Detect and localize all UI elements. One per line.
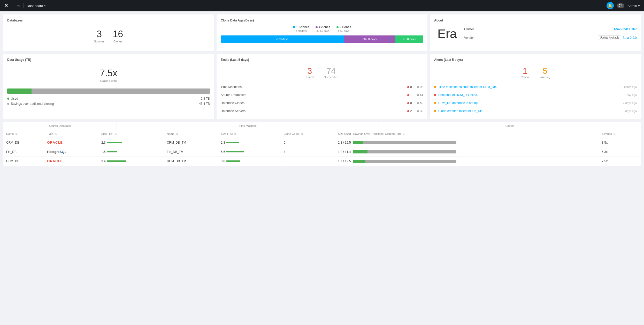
usage-bar bbox=[7, 88, 210, 94]
col-size-source[interactable]: Size (TB) ⇅ bbox=[98, 130, 164, 138]
tm-mini-bar bbox=[226, 151, 244, 152]
update-badge[interactable]: Update Available bbox=[598, 35, 621, 40]
col-size-used-savings[interactable]: Size Used / Savings Over Traditional Clo… bbox=[335, 130, 599, 138]
alert-item: Clone creation failed for Fin_DB. 3 days… bbox=[434, 107, 637, 115]
cell-clone-count: 6 bbox=[280, 138, 335, 147]
succeeded-dot bbox=[417, 86, 419, 88]
task-succeeded-count: 32 bbox=[417, 109, 423, 113]
failed-dot bbox=[407, 110, 409, 112]
notification-count[interactable]: 74 bbox=[617, 3, 624, 8]
legend-30-count: 10 clones bbox=[293, 25, 309, 29]
alert-item: CRM_DB database is not up. 2 days ago bbox=[434, 99, 637, 107]
col-clone-count[interactable]: Clone Count ⇅ bbox=[280, 130, 335, 138]
version-label: Version bbox=[464, 36, 474, 40]
cell-clone-count: 6 bbox=[280, 157, 335, 166]
admin-arrow: ▾ bbox=[638, 4, 640, 8]
cell-save-bar bbox=[365, 160, 456, 163]
task-row-counts: 1 44 bbox=[407, 93, 423, 97]
app-header: ✕ Era Dashboard ▾ 🔔 74 Admin ▾ bbox=[0, 0, 644, 11]
top-row: Databases 3 Sources 16 Clones Clone Data… bbox=[3, 14, 641, 51]
cell-size-source: 3.4 bbox=[98, 157, 164, 166]
type-oracle: ORACLE bbox=[47, 141, 63, 144]
table-head: Name ⇅ Type ⇅ Size (TB) ⇅ Name ⇅ Size (T… bbox=[3, 130, 641, 138]
alert-dot bbox=[434, 110, 436, 112]
task-row: Database Clones 0 59 bbox=[221, 99, 423, 107]
legend-over60-dot bbox=[336, 26, 339, 28]
alert-left: Snapshot of HCM_DB failed. bbox=[434, 93, 478, 97]
nav-label: Dashboard bbox=[27, 4, 43, 8]
legend-60-dot bbox=[316, 26, 318, 28]
alert-left: Time machine catchup failed for CRM_DB. bbox=[434, 85, 497, 89]
savings-value: 43.4 TB bbox=[199, 102, 210, 106]
admin-menu[interactable]: Admin ▾ bbox=[627, 4, 640, 8]
data-usage-card: Data Usage (TB) 7.5x Space Saving Used 5… bbox=[3, 54, 214, 119]
alerts-title: Alerts (Last 5 days) bbox=[434, 58, 637, 62]
alert-left: Clone creation failed for Fin_DB. bbox=[434, 109, 483, 113]
task-row-label: Time Machines bbox=[221, 85, 242, 89]
alert-dot bbox=[434, 86, 436, 88]
task-row-counts: 0 92 bbox=[407, 85, 423, 89]
cell-size-savings: 1.8 / 11.4 bbox=[335, 147, 599, 157]
table-row: Fin_DB PostgreSQL 1.5 Fin_DB_TM 5.6 4 1.… bbox=[3, 147, 641, 157]
databases-card: Databases 3 Sources 16 Clones bbox=[3, 14, 214, 51]
legend-60-range: 30-60 days bbox=[317, 29, 329, 32]
alert-time: 2 days ago bbox=[623, 101, 637, 105]
alert-dot bbox=[434, 94, 436, 96]
tasks-summary: 3 Failed 74 Succeeded bbox=[221, 65, 423, 83]
col-savings[interactable]: Savings ⇅ bbox=[599, 130, 641, 138]
col-tm-size[interactable]: Size (TB) ⇅ bbox=[218, 130, 281, 138]
tm-mini-bar bbox=[226, 142, 239, 143]
group-source: Source Database bbox=[3, 122, 117, 130]
legend-30-dot bbox=[293, 26, 295, 28]
task-succeeded-count: 44 bbox=[417, 93, 423, 97]
nav-dashboard[interactable]: Dashboard ▾ bbox=[27, 4, 45, 8]
source-mini-bar bbox=[107, 151, 117, 152]
alert-text[interactable]: Time machine catchup failed for CRM_DB. bbox=[438, 85, 497, 89]
alert-text[interactable]: Snapshot of HCM_DB failed. bbox=[438, 93, 478, 97]
table-row: CRM_DB ORACLE 2.3 CRM_DB_TM 2.8 6 2.3 / … bbox=[3, 138, 641, 147]
savings-legend-item: Savings over traditional cloning 43.4 TB bbox=[7, 102, 210, 106]
bottom-table-card: Source Database Time Machine Clones Name… bbox=[3, 122, 641, 166]
cell-tm-size: 2.8 bbox=[218, 138, 281, 147]
cell-size-source: 1.5 bbox=[98, 147, 164, 157]
task-row-counts: 2 32 bbox=[407, 109, 423, 113]
tm-mini-bar bbox=[226, 160, 240, 162]
col-type[interactable]: Type ⇅ bbox=[44, 130, 98, 138]
legend-30-range: < 30 days bbox=[295, 29, 307, 32]
task-succeeded-count: 59 bbox=[417, 101, 423, 105]
legend-over60-count: 2 clones bbox=[336, 25, 351, 29]
used-legend-item: Used 5.8 TB bbox=[7, 97, 210, 100]
cluster-value[interactable]: NtnxProdCluster bbox=[614, 27, 637, 31]
col-name[interactable]: Name ⇅ bbox=[3, 130, 44, 138]
alerts-summary: 1 Critical 5 Warning bbox=[434, 65, 637, 83]
col-tm-name[interactable]: Name ⇅ bbox=[164, 130, 218, 138]
alert-text[interactable]: CRM_DB database is not up. bbox=[438, 101, 478, 105]
clone-legend: 10 clones < 30 days 4 clones 30-60 days … bbox=[221, 25, 423, 32]
task-row-counts: 0 59 bbox=[407, 101, 423, 105]
savings-dot bbox=[7, 103, 9, 105]
failed-dot bbox=[407, 102, 409, 104]
used-legend-text: Used bbox=[7, 97, 18, 100]
failed-stat: 3 Failed bbox=[306, 67, 313, 79]
alert-text[interactable]: Clone creation failed for Fin_DB. bbox=[438, 109, 483, 113]
about-title: About bbox=[434, 19, 637, 22]
close-icon[interactable]: ✕ bbox=[4, 3, 8, 9]
savings-legend-text: Savings over traditional cloning bbox=[7, 102, 54, 106]
alerts-card: Alerts (Last 5 days) 1 Critical 5 Warnin… bbox=[430, 54, 641, 119]
type-oracle: ORACLE bbox=[47, 159, 63, 163]
notification-bell[interactable]: 🔔 bbox=[607, 2, 614, 9]
about-cluster-row: Cluster NtnxProdCluster bbox=[464, 25, 637, 33]
cell-clone-count: 4 bbox=[280, 147, 335, 157]
about-content: Era Cluster NtnxProdCluster Version Upda… bbox=[434, 25, 637, 42]
cell-used-bar bbox=[353, 141, 363, 144]
cell-type: ORACLE bbox=[44, 138, 98, 147]
task-failed-count: 2 bbox=[407, 109, 412, 113]
space-saving-label: Space Saving bbox=[7, 79, 210, 82]
task-rows: Time Machines 0 92 Source Databases 1 44… bbox=[221, 83, 423, 115]
cell-savings: 6.3x bbox=[599, 147, 641, 157]
task-failed-count: 1 bbox=[407, 93, 412, 97]
failed-dot bbox=[407, 94, 409, 96]
used-dot bbox=[7, 98, 9, 100]
version-value-group: Update Available Beta 0.9.0 bbox=[598, 35, 637, 40]
task-succeeded-count: 92 bbox=[417, 85, 423, 89]
